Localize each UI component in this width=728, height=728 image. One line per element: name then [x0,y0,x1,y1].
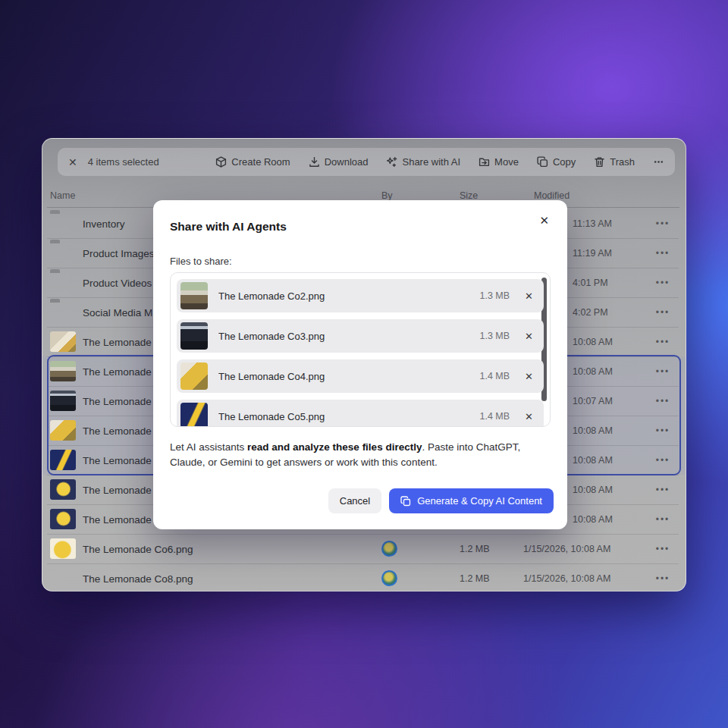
share-file-item: The Lemonade Co5.png 1.4 MB ✕ [177,400,544,427]
modal-title: Share with AI Agents [170,220,287,234]
file-name: The Lemonade Co2.png [218,290,479,302]
modal-close-icon[interactable]: ✕ [536,211,552,231]
file-name: The Lemonade Co6.png [83,543,193,554]
column-header-size: Size [460,190,478,201]
cancel-button[interactable]: Cancel [328,488,381,513]
row-menu-button[interactable]: ••• [649,218,676,229]
owner-avatar [381,541,397,557]
cube-icon [215,156,227,168]
file-modified: 1/15/2026, 10:08 AM [523,573,610,584]
file-thumbnail [180,282,208,309]
share-file-item: The Lemonade Co2.png 1.3 MB ✕ [177,279,544,312]
row-menu-button[interactable]: ••• [649,573,676,584]
download-icon [309,156,320,168]
toolbar-actions: Create RoomDownloadShare with AIMoveCopy… [215,156,664,168]
file-thumbnail [50,538,76,559]
toolbar-button-move[interactable]: Move [479,156,519,168]
toolbar-button-copy[interactable]: Copy [537,156,576,168]
file-name: The Lemonade Co8.png [83,573,193,584]
column-header-name: Name [50,190,75,201]
file-thumbnail [50,391,76,411]
row-menu-button[interactable]: ••• [649,307,676,318]
share-with-ai-modal: Share with AI Agents ✕ Files to share: T… [153,200,567,529]
file-name: The Lemonade Co3.png [218,331,479,342]
selection-count-label: 4 items selected [88,156,159,168]
toolbar-button-label: Move [494,156,519,168]
file-thumbnail [50,509,76,529]
row-menu-button[interactable]: ••• [649,485,676,495]
toolbar-button-label: Download [325,156,369,168]
file-thumbnail [50,568,76,588]
generate-button-label: Generate & Copy AI Content [417,495,542,507]
row-menu-button[interactable]: ••• [649,248,676,259]
generate-copy-ai-content-button[interactable]: Generate & Copy AI Content [389,488,554,513]
file-thumbnail [50,331,76,352]
remove-file-icon[interactable]: ✕ [525,412,533,422]
table-row[interactable]: The Lemonade Co6.png 1.2 MB 1/15/2026, 1… [42,534,686,563]
file-size: 1.3 MB [479,290,510,301]
row-menu-button[interactable]: ••• [649,425,676,436]
row-menu-button[interactable]: ••• [649,514,676,525]
row-menu-button[interactable]: ••• [649,337,676,347]
file-thumbnail [50,450,76,470]
row-menu-button[interactable]: ••• [649,278,676,288]
file-thumbnail [180,403,208,427]
row-menu-button[interactable]: ••• [649,396,676,406]
file-name: The Lemonade Co5.png [218,411,479,422]
share-file-item: The Lemonade Co4.png 1.4 MB ✕ [177,359,544,393]
trash-icon [594,156,605,168]
row-menu-button[interactable]: ••• [649,544,676,554]
file-size: 1.2 MB [460,573,490,584]
file-name: Social Media M [83,306,152,318]
column-header-by: By [381,190,393,201]
remove-file-icon[interactable]: ✕ [525,372,533,381]
file-size: 1.2 MB [460,544,490,554]
row-menu-button[interactable]: ••• [649,366,676,377]
modal-description: Let AI assistants read and analyze these… [170,440,551,471]
file-name: Inventory [83,218,125,229]
file-size: 1.3 MB [479,331,510,341]
remove-file-icon[interactable]: ✕ [525,331,533,341]
file-thumbnail [180,362,208,390]
description-text: Let AI assistants [170,441,247,453]
share-file-item: The Lemonade Co3.png 1.3 MB ✕ [177,319,544,353]
toolbar-button-share-with-ai[interactable]: Share with AI [386,156,460,168]
files-to-share-label: Files to share: [170,256,232,267]
file-thumbnail [50,361,76,381]
toolbar-button-label: Trash [610,156,635,168]
description-bold-text: read and analyze these files directly [247,441,422,453]
file-size: 1.4 MB [479,371,510,381]
column-header-modified: Modified [534,190,570,201]
move-icon [479,156,490,168]
file-thumbnail [50,479,76,500]
file-name: Product Videos [83,277,152,288]
desktop-wallpaper: ✕ 4 items selected Create RoomDownloadSh… [0,0,728,728]
file-thumbnail [180,322,208,350]
clear-selection-button[interactable]: ✕ [68,157,77,168]
toolbar-button-label: Create Room [231,156,290,168]
toolbar-button-label: Share with AI [402,156,460,168]
file-thumbnail [50,420,76,441]
sparkles-icon [386,156,397,168]
copy-icon [400,496,411,507]
modal-actions: Cancel Generate & Copy AI Content [328,488,554,513]
owner-avatar [381,570,397,586]
toolbar-button-create-room[interactable]: Create Room [215,156,290,168]
row-menu-button[interactable]: ••• [649,455,676,466]
file-modified: 1/15/2026, 10:08 AM [523,544,610,554]
file-size: 1.4 MB [479,411,510,422]
file-name: Product Images [83,247,155,259]
file-name: The Lemonade Co4.png [218,371,479,382]
copy-icon [537,156,548,168]
table-row[interactable]: The Lemonade Co8.png 1.2 MB 1/15/2026, 1… [42,563,686,592]
files-to-share-list: The Lemonade Co2.png 1.3 MB ✕ The Lemona… [170,272,551,427]
more-icon [653,156,664,168]
selection-toolbar: ✕ 4 items selected Create RoomDownloadSh… [58,148,675,176]
toolbar-button-trash[interactable]: Trash [594,156,635,168]
toolbar-button-more[interactable] [653,156,664,168]
toolbar-button-download[interactable]: Download [309,156,369,168]
toolbar-button-label: Copy [553,156,576,168]
remove-file-icon[interactable]: ✕ [525,291,533,301]
